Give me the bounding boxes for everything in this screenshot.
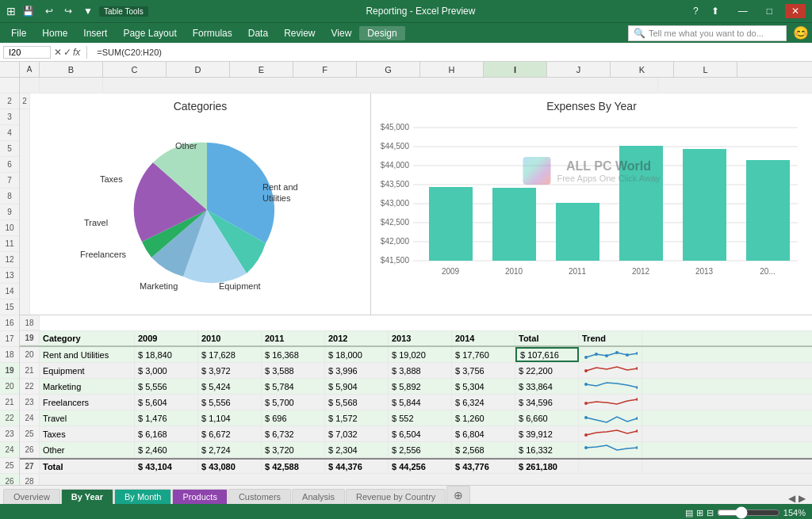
- sheet-tab-overview[interactable]: Overview: [3, 489, 60, 504]
- sheet-tab-bymonth[interactable]: By Month: [114, 489, 171, 504]
- cell-cat-1[interactable]: Equipment: [40, 363, 135, 378]
- cell-2014-6[interactable]: $ 2,568: [452, 442, 515, 457]
- cell-2013-1[interactable]: $ 3,888: [389, 363, 452, 378]
- cell-2009-total[interactable]: $ 43,104: [135, 460, 198, 473]
- redo-icon[interactable]: ↪: [61, 4, 75, 18]
- cell-2012-5[interactable]: $ 7,032: [325, 426, 389, 441]
- cell-2013-3[interactable]: $ 5,844: [389, 395, 452, 410]
- cell-total-1[interactable]: $ 22,200: [515, 363, 579, 378]
- menu-file[interactable]: File: [3, 26, 34, 40]
- menu-review[interactable]: Review: [276, 26, 323, 40]
- cell-cat-6[interactable]: Other: [40, 442, 135, 457]
- insert-function-button[interactable]: fx: [73, 47, 80, 58]
- cell-total-total[interactable]: $ 261,180: [515, 460, 579, 473]
- cell-2010-0[interactable]: $ 17,628: [198, 347, 262, 362]
- menu-data[interactable]: Data: [240, 26, 276, 40]
- cell-2013-0[interactable]: $ 19,020: [389, 347, 452, 362]
- table-row-0[interactable]: 20 Rent and Utilities $ 18,840 $ 17,628 …: [20, 347, 812, 363]
- cell-2011-6[interactable]: $ 3,720: [262, 442, 325, 457]
- table-row-total[interactable]: 27 Total $ 43,104 $ 43,080 $ 42,588 $ 44…: [20, 458, 812, 474]
- scroll-left-icon[interactable]: ◀: [788, 493, 795, 504]
- cell-2010-total[interactable]: $ 43,080: [198, 460, 262, 473]
- cell-cat-3[interactable]: Freelancers: [40, 395, 135, 410]
- table-row-3[interactable]: 23 Freelancers $ 5,604 $ 5,556 $ 5,700 $…: [20, 395, 812, 410]
- cell-total-0[interactable]: $ 107,616: [515, 347, 579, 362]
- view-normal-icon[interactable]: ▤: [685, 508, 693, 518]
- confirm-formula-button[interactable]: ✓: [63, 47, 71, 58]
- sheet-tab-byyear[interactable]: By Year: [61, 489, 113, 504]
- customize-icon[interactable]: ▼: [80, 4, 96, 18]
- sheet-tab-analysis[interactable]: Analysis: [292, 489, 345, 504]
- zoom-slider[interactable]: [717, 506, 780, 519]
- cell-2011-4[interactable]: $ 696: [262, 410, 325, 426]
- cell-2012-6[interactable]: $ 2,304: [325, 442, 389, 457]
- cell-2009-4[interactable]: $ 1,476: [135, 410, 198, 426]
- cell-total-3[interactable]: $ 34,596: [515, 395, 579, 410]
- cell-2010-2[interactable]: $ 5,424: [198, 379, 262, 394]
- cell-2009-1[interactable]: $ 3,000: [135, 363, 198, 378]
- cell-2014-3[interactable]: $ 6,324: [452, 395, 515, 410]
- cell-2012-0[interactable]: $ 18,000: [325, 347, 389, 362]
- cell-2009-0[interactable]: $ 18,840: [135, 347, 198, 362]
- minimize-button[interactable]: —: [732, 4, 754, 18]
- cell-2013-2[interactable]: $ 5,892: [389, 379, 452, 394]
- menu-insert[interactable]: Insert: [75, 26, 115, 40]
- cell-2011-3[interactable]: $ 5,700: [262, 395, 325, 410]
- cell-total-6[interactable]: $ 16,332: [515, 442, 579, 457]
- cell-2013-5[interactable]: $ 6,504: [389, 426, 452, 441]
- cell-B1[interactable]: [40, 78, 103, 93]
- view-layout-icon[interactable]: ⊞: [696, 508, 703, 518]
- table-row-4[interactable]: 24 Travel $ 1,476 $ 1,104 $ 696 $ 1,572 …: [20, 410, 812, 426]
- table-row-1[interactable]: 21 Equipment $ 3,000 $ 3,972 $ 3,588 $ 3…: [20, 363, 812, 379]
- cell-total-4[interactable]: $ 6,660: [515, 410, 579, 426]
- cell-2013-4[interactable]: $ 552: [389, 410, 452, 426]
- cell-cat-total[interactable]: Total: [40, 460, 135, 473]
- menu-home[interactable]: Home: [34, 26, 75, 40]
- cell-2014-5[interactable]: $ 6,804: [452, 426, 515, 441]
- cell-cat-5[interactable]: Taxes: [40, 426, 135, 441]
- cancel-formula-button[interactable]: ✕: [54, 47, 62, 58]
- cell-total-2[interactable]: $ 33,864: [515, 379, 579, 394]
- cell-2014-total[interactable]: $ 43,776: [452, 460, 515, 473]
- cell-2011-total[interactable]: $ 42,588: [262, 460, 325, 473]
- cell-2010-1[interactable]: $ 3,972: [198, 363, 262, 378]
- formula-input[interactable]: =SUM(C20:H20): [94, 48, 809, 57]
- table-row-2[interactable]: 22 Marketing $ 5,556 $ 5,424 $ 5,784 $ 5…: [20, 379, 812, 395]
- close-button[interactable]: ✕: [785, 4, 806, 18]
- cell-2010-6[interactable]: $ 2,724: [198, 442, 262, 457]
- table-row-6[interactable]: 26 Other $ 2,460 $ 2,724 $ 3,720 $ 2,304…: [20, 442, 812, 458]
- help-icon[interactable]: ?: [693, 6, 699, 17]
- cell-2011-0[interactable]: $ 16,368: [262, 347, 325, 362]
- table-row-5[interactable]: 25 Taxes $ 6,168 $ 6,672 $ 6,732 $ 7,032…: [20, 426, 812, 442]
- cell-2014-2[interactable]: $ 5,304: [452, 379, 515, 394]
- restore-button[interactable]: □: [760, 4, 779, 18]
- cell-cat-4[interactable]: Travel: [40, 410, 135, 426]
- cell-2013-total[interactable]: $ 44,256: [389, 460, 452, 473]
- cell-2009-5[interactable]: $ 6,168: [135, 426, 198, 441]
- scroll-right-icon[interactable]: ▶: [799, 493, 806, 504]
- ribbon-toggle-button[interactable]: ⬆: [705, 4, 726, 18]
- cell-2012-4[interactable]: $ 1,572: [325, 410, 389, 426]
- menu-formulas[interactable]: Formulas: [185, 26, 240, 40]
- add-sheet-button[interactable]: ⊕: [446, 486, 470, 504]
- menu-page-layout[interactable]: Page Layout: [115, 26, 184, 40]
- cell-2009-3[interactable]: $ 5,604: [135, 395, 198, 410]
- cell-2011-2[interactable]: $ 5,784: [262, 379, 325, 394]
- menu-view[interactable]: View: [324, 26, 360, 40]
- cell-2010-3[interactable]: $ 5,556: [198, 395, 262, 410]
- sheet-tab-products[interactable]: Products: [172, 489, 227, 504]
- save-icon[interactable]: 💾: [19, 4, 37, 18]
- sheet-tab-revenue-country[interactable]: Revenue by Country: [346, 489, 446, 504]
- cell-2012-total[interactable]: $ 44,376: [325, 460, 389, 473]
- cell-cat-0[interactable]: Rent and Utilities: [40, 347, 135, 362]
- sheet-tab-customers[interactable]: Customers: [228, 489, 291, 504]
- cell-2011-5[interactable]: $ 6,732: [262, 426, 325, 441]
- search-box[interactable]: 🔍 Tell me what you want to do...: [628, 25, 787, 41]
- cell-2014-1[interactable]: $ 3,756: [452, 363, 515, 378]
- cell-2011-1[interactable]: $ 3,588: [262, 363, 325, 378]
- cell-2012-1[interactable]: $ 3,996: [325, 363, 389, 378]
- cell-2009-2[interactable]: $ 5,556: [135, 379, 198, 394]
- cell-A1[interactable]: [20, 78, 40, 93]
- menu-design[interactable]: Design: [359, 26, 404, 40]
- undo-icon[interactable]: ↩: [42, 4, 56, 18]
